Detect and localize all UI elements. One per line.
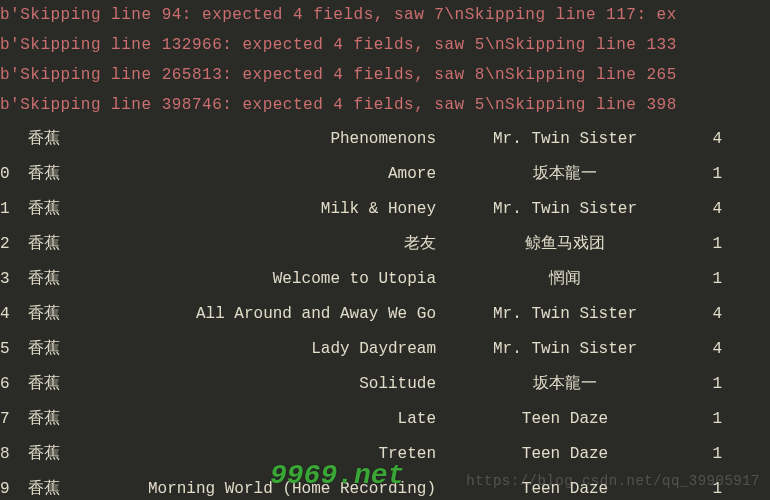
table-row: 0 香蕉 Amore 坂本龍一 1 <box>0 157 770 192</box>
cell-index: 4 <box>0 297 20 332</box>
cell-title: Late <box>398 402 436 437</box>
cell-title: All Around and Away We Go <box>196 297 436 332</box>
cell-title: Amore <box>388 157 436 192</box>
cell-count: 1 <box>712 402 722 437</box>
table-row: 8 香蕉 Treten Teen Daze 1 <box>0 437 770 472</box>
cell-index: 2 <box>0 227 20 262</box>
cell-artist: Teen Daze <box>450 437 680 472</box>
col-artist: Mr. Twin Sister <box>450 122 680 157</box>
parse-error-line: b'Skipping line 132966: expected 4 field… <box>0 30 770 60</box>
cell-count: 1 <box>712 472 722 500</box>
cell-count: 1 <box>712 437 722 472</box>
cell-artist: Teen Daze <box>450 402 680 437</box>
cell-title: Welcome to Utopia <box>273 262 436 297</box>
table-row: 5 香蕉 Lady Daydream Mr. Twin Sister 4 <box>0 332 770 367</box>
cell-user: 香蕉 <box>28 157 60 192</box>
cell-user: 香蕉 <box>28 192 60 227</box>
cell-artist: 坂本龍一 <box>450 367 680 402</box>
cell-title: Milk & Honey <box>321 192 436 227</box>
cell-count: 1 <box>712 227 722 262</box>
cell-index: 1 <box>0 192 20 227</box>
cell-index: 6 <box>0 367 20 402</box>
cell-title: Morning World (Home Recording) <box>148 472 436 500</box>
table-row: 9 香蕉 Morning World (Home Recording) Teen… <box>0 472 770 500</box>
table-row: 3 香蕉 Welcome to Utopia 惘闻 1 <box>0 262 770 297</box>
cell-user: 香蕉 <box>28 402 60 437</box>
dataframe-output: 香蕉 Phenomenons Mr. Twin Sister 4 0 香蕉 Am… <box>0 120 770 500</box>
cell-index: 3 <box>0 262 20 297</box>
cell-user: 香蕉 <box>28 367 60 402</box>
cell-user: 香蕉 <box>28 227 60 262</box>
cell-count: 1 <box>712 262 722 297</box>
cell-artist: Mr. Twin Sister <box>450 297 680 332</box>
terminal-output: b'Skipping line 94: expected 4 fields, s… <box>0 0 770 500</box>
table-row: 1 香蕉 Milk & Honey Mr. Twin Sister 4 <box>0 192 770 227</box>
cell-title: 老友 <box>404 227 436 262</box>
cell-artist: Teen Daze <box>450 472 680 500</box>
cell-count: 1 <box>712 157 722 192</box>
cell-artist: 鲸鱼马戏团 <box>450 227 680 262</box>
dataframe-header-row: 香蕉 Phenomenons Mr. Twin Sister 4 <box>0 122 770 157</box>
cell-title: Lady Daydream <box>311 332 436 367</box>
cell-count: 4 <box>712 332 722 367</box>
cell-user: 香蕉 <box>28 297 60 332</box>
cell-index: 0 <box>0 157 20 192</box>
cell-user: 香蕉 <box>28 472 60 500</box>
col-count: 4 <box>712 122 722 157</box>
cell-artist: 惘闻 <box>450 262 680 297</box>
parse-error-line: b'Skipping line 94: expected 4 fields, s… <box>0 0 770 30</box>
col-user: 香蕉 <box>28 122 60 157</box>
table-row: 6 香蕉 Solitude 坂本龍一 1 <box>0 367 770 402</box>
cell-index: 7 <box>0 402 20 437</box>
table-row: 2 香蕉 老友 鲸鱼马戏团 1 <box>0 227 770 262</box>
parse-error-line: b'Skipping line 265813: expected 4 field… <box>0 60 770 90</box>
cell-user: 香蕉 <box>28 332 60 367</box>
col-title: Phenomenons <box>330 122 436 157</box>
cell-count: 4 <box>712 297 722 332</box>
cell-artist: 坂本龍一 <box>450 157 680 192</box>
cell-count: 4 <box>712 192 722 227</box>
cell-count: 1 <box>712 367 722 402</box>
cell-index: 9 <box>0 472 20 500</box>
cell-artist: Mr. Twin Sister <box>450 332 680 367</box>
parse-error-line: b'Skipping line 398746: expected 4 field… <box>0 90 770 120</box>
cell-index: 5 <box>0 332 20 367</box>
cell-index: 8 <box>0 437 20 472</box>
cell-title: Solitude <box>359 367 436 402</box>
cell-title: Treten <box>378 437 436 472</box>
table-row: 7 香蕉 Late Teen Daze 1 <box>0 402 770 437</box>
cell-artist: Mr. Twin Sister <box>450 192 680 227</box>
cell-user: 香蕉 <box>28 262 60 297</box>
cell-user: 香蕉 <box>28 437 60 472</box>
table-row: 4 香蕉 All Around and Away We Go Mr. Twin … <box>0 297 770 332</box>
